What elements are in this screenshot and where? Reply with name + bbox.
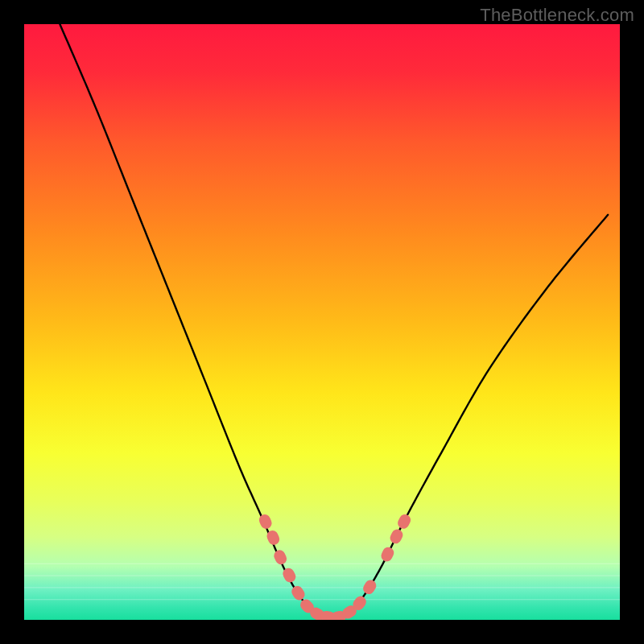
band-line: [24, 576, 620, 576]
watermark-text: TheBottleneck.com: [480, 5, 634, 26]
band-line: [24, 599, 620, 600]
plot-svg: [24, 24, 620, 620]
plot-area: [24, 24, 620, 620]
chart-frame: TheBottleneck.com: [0, 0, 644, 644]
band-line: [24, 564, 620, 564]
band-line: [24, 587, 620, 588]
gradient-background: [24, 24, 620, 620]
